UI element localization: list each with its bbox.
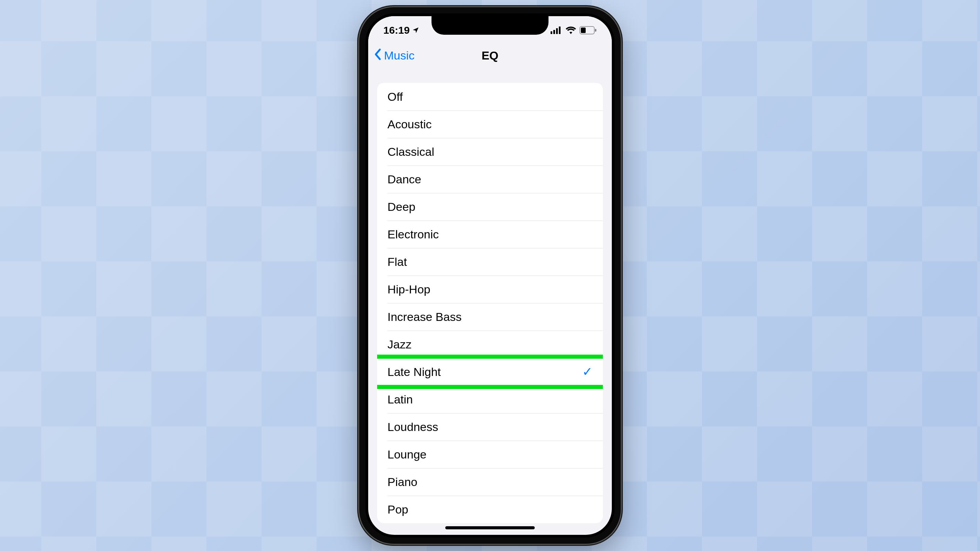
eq-options-list: Off Acoustic Classical Dance Deep xyxy=(377,83,603,523)
status-time: 16:19 xyxy=(383,24,410,36)
phone-inner-frame: 16:19 xyxy=(366,13,614,538)
eq-option-increase-bass[interactable]: Increase Bass xyxy=(377,303,603,330)
eq-option-label: Hip-Hop xyxy=(387,283,431,296)
wifi-icon xyxy=(566,27,576,34)
eq-option-label: Electronic xyxy=(387,228,439,241)
svg-rect-5 xyxy=(581,27,585,33)
eq-option-latin[interactable]: Latin xyxy=(377,386,603,413)
status-right xyxy=(550,26,597,34)
svg-rect-6 xyxy=(595,29,596,32)
eq-option-label: Lounge xyxy=(387,448,426,461)
checkmark-icon: ✓ xyxy=(582,365,593,379)
eq-option-label: Acoustic xyxy=(387,118,432,131)
eq-option-acoustic[interactable]: Acoustic xyxy=(377,110,603,138)
eq-option-pop[interactable]: Pop xyxy=(377,495,603,523)
phone-screen: 16:19 xyxy=(368,16,612,535)
svg-rect-1 xyxy=(553,30,555,34)
chevron-left-icon xyxy=(374,48,382,63)
eq-option-label: Pop xyxy=(387,503,409,516)
back-button[interactable]: Music xyxy=(374,48,415,63)
eq-option-piano[interactable]: Piano xyxy=(377,468,603,495)
back-label: Music xyxy=(384,49,415,62)
eq-option-label: Classical xyxy=(387,145,434,159)
svg-rect-0 xyxy=(550,31,552,34)
location-icon xyxy=(412,27,420,34)
nav-bar: Music EQ xyxy=(368,41,612,70)
eq-option-electronic[interactable]: Electronic xyxy=(377,221,603,248)
eq-option-hip-hop[interactable]: Hip-Hop xyxy=(377,275,603,303)
status-left: 16:19 xyxy=(383,24,420,36)
eq-option-loudness[interactable]: Loudness xyxy=(377,413,603,441)
eq-option-label: Loudness xyxy=(387,420,438,434)
eq-option-label: Latin xyxy=(387,393,413,406)
eq-option-classical[interactable]: Classical xyxy=(377,138,603,165)
battery-icon xyxy=(579,26,597,34)
eq-option-jazz[interactable]: Jazz xyxy=(377,330,603,358)
eq-option-label: Deep xyxy=(387,200,415,214)
eq-option-label: Dance xyxy=(387,173,421,186)
eq-option-lounge[interactable]: Lounge xyxy=(377,441,603,468)
eq-option-label: Flat xyxy=(387,255,407,268)
eq-option-label: Piano xyxy=(387,475,417,489)
eq-option-flat[interactable]: Flat xyxy=(377,248,603,275)
eq-option-late-night[interactable]: Late Night ✓ xyxy=(377,358,603,386)
eq-option-label: Jazz xyxy=(387,338,412,351)
eq-option-label: Late Night xyxy=(387,365,441,379)
cell-signal-icon xyxy=(550,27,562,34)
content-scroll[interactable]: Off Acoustic Classical Dance Deep xyxy=(368,70,612,535)
eq-option-dance[interactable]: Dance xyxy=(377,165,603,193)
notch xyxy=(431,16,549,35)
eq-option-label: Off xyxy=(387,90,403,103)
eq-option-label: Increase Bass xyxy=(387,310,461,324)
home-indicator[interactable] xyxy=(445,526,535,529)
eq-option-deep[interactable]: Deep xyxy=(377,193,603,221)
phone-device-frame: 16:19 xyxy=(359,7,621,544)
svg-rect-2 xyxy=(556,28,558,34)
eq-option-off[interactable]: Off xyxy=(377,83,603,110)
svg-rect-3 xyxy=(559,27,560,34)
